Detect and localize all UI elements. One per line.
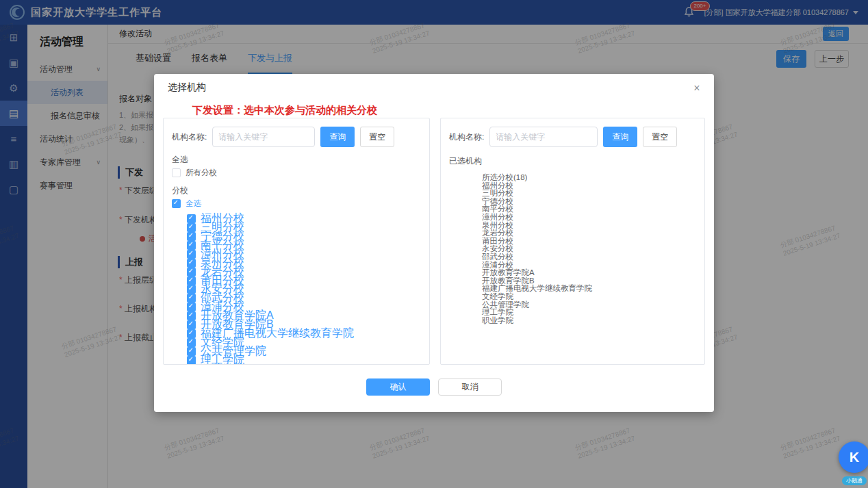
selected-org-item: 三明分校 [482, 190, 696, 198]
select-all-branches-checkbox[interactable]: 全选 [172, 198, 421, 209]
selected-org-item: 开放教育学院A [482, 269, 696, 277]
org-picker-panel: 机构名称: 查询 置空 全选 所有分校 分校 全选 福州分校三明分校宁德分校南平… [163, 118, 430, 365]
selected-org-item: 泉州分校 [482, 222, 696, 230]
selected-summary: 所选分校(18) [482, 174, 696, 182]
modal-header: 选择机构 [154, 74, 714, 101]
branch-group-label: 分校 [172, 185, 421, 196]
assistant-label: 小鹅通 [842, 476, 867, 485]
assistant-logo-icon[interactable]: K [839, 441, 868, 473]
selected-org-item: 漳州分校 [482, 214, 696, 222]
selected-org-panel: 机构名称: 查询 置空 已选机构 所选分校(18) 福州分校三明分校宁德分校南平… [440, 118, 705, 365]
selected-org-item: 宁德分校 [482, 198, 696, 206]
selected-org-item: 文经学院 [482, 293, 696, 301]
selected-org-item: 福建广播电视大学继续教育学院 [482, 285, 696, 293]
selected-orgs-label: 已选机构 [449, 155, 696, 167]
selected-org-item: 邵武分校 [482, 253, 696, 261]
selected-org-item: 理工学院 [482, 309, 696, 317]
selected-search-input[interactable] [489, 127, 598, 147]
org-name-label: 机构名称: [449, 131, 484, 143]
confirm-button[interactable]: 确认 [366, 378, 430, 396]
org-search-input[interactable] [212, 127, 315, 147]
branch-checkbox-list: 福州分校三明分校宁德分校南平分校漳州分校泉州分校龙岩分校莆田分校永安分校邵武分校… [172, 214, 421, 365]
distribute-settings-heading: 下发设置：选中本次参与活动的相关分校 [154, 101, 714, 117]
search-button[interactable]: 查询 [603, 127, 637, 147]
selected-org-item: 龙岩分校 [482, 229, 696, 237]
selected-org-item: 永安分校 [482, 245, 696, 253]
clear-button[interactable]: 置空 [643, 127, 677, 147]
selected-org-item: 莆田分校 [482, 237, 696, 246]
org-name-label: 机构名称: [172, 131, 207, 143]
selected-org-item: 南平分校 [482, 205, 696, 214]
checkbox-checked-icon [172, 199, 181, 208]
selected-org-item: 职业学院 [482, 317, 696, 325]
clear-button[interactable]: 置空 [360, 127, 394, 147]
select-all-group-label: 全选 [172, 154, 421, 166]
all-branches-checkbox[interactable]: 所有分校 [172, 168, 421, 178]
selected-org-item: 公共管理学院 [482, 301, 696, 309]
search-button[interactable]: 查询 [320, 127, 355, 147]
assistant-widget[interactable]: K 小鹅通 [836, 441, 868, 485]
modal-footer: 确认 取消 [154, 378, 714, 396]
cancel-button[interactable]: 取消 [438, 378, 502, 396]
selected-org-item: 福州分校 [482, 182, 696, 190]
selected-org-list: 所选分校(18) 福州分校三明分校宁德分校南平分校漳州分校泉州分校龙岩分校莆田分… [449, 174, 696, 324]
app-window: 国家开放大学学生工作平台 200+ [分部] 国家开放大学福建分部 010342… [0, 0, 868, 488]
close-icon[interactable] [691, 82, 703, 94]
modal-title: 选择机构 [168, 81, 206, 94]
checkbox-unchecked-icon [172, 168, 181, 177]
select-org-modal: 选择机构 下发设置：选中本次参与活动的相关分校 机构名称: 查询 置空 全选 所… [154, 74, 714, 412]
